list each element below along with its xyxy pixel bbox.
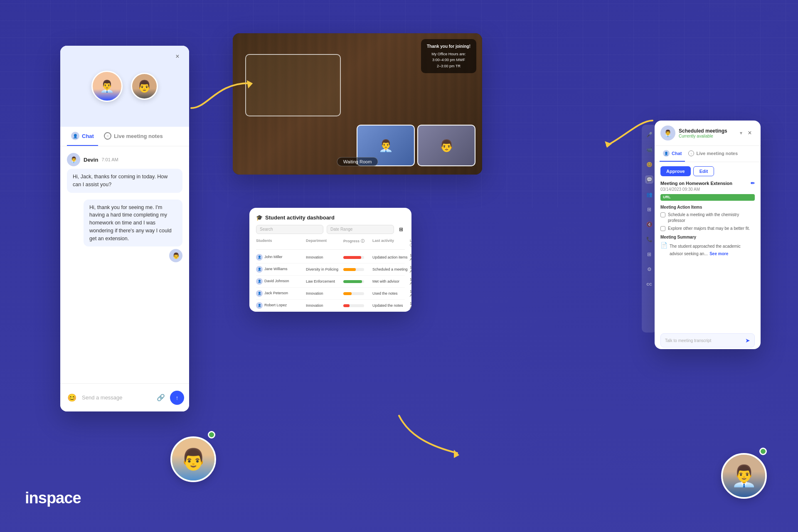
summary-text: The student approached the academic advi… (670, 244, 741, 256)
office-hours-title: Thank you for joining! (427, 43, 470, 50)
table-row: 👤Jack Peterson Innovation Used the notes… (256, 288, 405, 300)
progress-bar (343, 304, 364, 307)
video-thumb-2: 👨 (417, 125, 475, 166)
last-date: 13 March 10:30 AM (410, 253, 411, 261)
chat-tabs: 👤 Chat ○ Live meeting notes (60, 127, 189, 146)
student-dept: Innovation (306, 291, 343, 296)
right-emoji-icon[interactable]: 😊 (645, 160, 653, 169)
right-chat-tabs: 👤 Chat ○ Live meeting notes (655, 146, 761, 162)
online-dot-professor (759, 448, 767, 455)
office-hours-card: Thank you for joining! My Office Hours a… (421, 39, 476, 73)
dashboard-title-icon: 🎓 (256, 214, 263, 221)
attach-button[interactable]: 🔗 (155, 392, 167, 404)
right-close-button[interactable]: × (745, 128, 755, 138)
last-activity: Scheduled a meeting (372, 267, 410, 271)
message-input[interactable]: Send a message (82, 394, 152, 401)
dashboard-table-header: Students Department Progress ⓘ Last acti… (256, 237, 405, 250)
tab-live-notes[interactable]: ○ Live meeting notes (100, 127, 167, 146)
emoji-button[interactable]: 😊 (65, 391, 79, 404)
dropdown-icon[interactable]: ▾ (740, 130, 742, 136)
see-more-link[interactable]: See more (709, 251, 728, 256)
arrow-dashboard (391, 407, 466, 461)
right-tab-notes[interactable]: ○ Live meeting notes (685, 146, 741, 162)
dashboard-filter-icon[interactable]: ⊞ (397, 225, 405, 234)
tab-chat-avatar: 👤 (71, 132, 79, 140)
right-tab-chat[interactable]: 👤 Chat (660, 146, 685, 162)
right-people-icon[interactable]: 👥 (645, 190, 653, 199)
action-buttons: Approve Edit (655, 162, 761, 176)
online-dot-student (208, 431, 215, 438)
right-mute-icon[interactable]: 🔇 (645, 220, 653, 229)
video-preview-area: 👨‍💼 👨 (60, 46, 189, 127)
content-wrapper: 🎤 📹 😊 💬 👥 ⊞ 🔇 📞 ⊞ ⚙ CC × 👨‍💼 👨 👤 Chat ○ … (0, 0, 798, 532)
dashboard-search-row: Search Date Range ⊞ (256, 225, 405, 234)
checkbox-1[interactable] (660, 212, 665, 217)
right-video-icon[interactable]: 📹 (645, 145, 653, 154)
dashboard-table-body: 👤John Miller Innovation Updated action i… (256, 251, 405, 312)
approve-button[interactable]: Approve (660, 166, 691, 176)
action-item-1: Schedule a meeting with the chemistry pr… (660, 212, 755, 224)
chat-panel: × 👨‍💼 👨 👤 Chat ○ Live meeting notes 👨‍💼 (60, 46, 189, 411)
progress-bar (343, 256, 364, 259)
student-dept: Law Enforcement (306, 279, 343, 283)
dashboard-date-range[interactable]: Date Range (327, 225, 394, 234)
last-activity: Met with advisor (372, 279, 410, 283)
profile-avatar: 👨‍💼 (660, 126, 675, 140)
edit-button[interactable]: Edit (693, 166, 714, 176)
student-name: 👤John Miller (256, 254, 306, 261)
participant-avatar-1: 👨‍💼 (91, 71, 123, 102)
tab-chat[interactable]: 👤 Chat (67, 127, 98, 146)
col-students: Students (256, 239, 306, 248)
right-phone-icon[interactable]: 📞 (645, 235, 653, 244)
brand-name: inspace (25, 489, 81, 507)
right-chat-icon[interactable]: 💬 (645, 175, 653, 184)
message-bubble-reply: Hi, thank you for seeing me. I'm having … (84, 200, 182, 247)
waiting-room-label: Waiting Room (337, 157, 378, 166)
student-dashboard-panel: 🎓 Student activity dashboard Search Date… (249, 208, 411, 312)
meeting-title: Meeting on Homework Extension ✏ (660, 180, 755, 186)
send-transcript-icon[interactable]: ➤ (745, 337, 750, 344)
last-activity: Used the notes (372, 291, 410, 296)
transcript-input[interactable]: Talk to meeting transcript ➤ (660, 333, 755, 347)
right-tab-chat-label: Chat (672, 151, 682, 156)
col-dept: Department (306, 239, 343, 248)
progress-bar (343, 280, 364, 283)
edit-title-icon[interactable]: ✏ (751, 180, 755, 186)
student-dept: Diversity in Policing (306, 267, 343, 271)
waiting-room-frame (245, 54, 341, 116)
right-grid-icon[interactable]: ⊞ (645, 205, 653, 214)
send-button[interactable]: ↑ (170, 391, 184, 405)
message-bubble: Hi, Jack, thanks for coming in today. Ho… (67, 169, 182, 193)
meeting-content: Meeting on Homework Extension ✏ 03/14/20… (655, 176, 761, 330)
right-mic-icon[interactable]: 🎤 (645, 131, 653, 139)
student-name: 👤David Johnson (256, 278, 306, 285)
col-activity: Last activity (372, 239, 410, 248)
message-item: Hi, thank you for seeing me. I'm having … (67, 200, 182, 263)
message-sender: Devin (84, 157, 98, 163)
dashboard-title-text: Student activity dashboard (265, 214, 335, 221)
summary-heading: Meeting Summary (660, 235, 755, 239)
office-hours-text: My Office Hours are: 3:00–4:00 pm MWF 2–… (427, 51, 470, 69)
dashboard-search[interactable]: Search (256, 225, 323, 234)
right-cc-icon[interactable]: CC (645, 280, 653, 288)
close-button[interactable]: × (172, 52, 182, 62)
progress-bar (343, 268, 364, 271)
right-settings-icon[interactable]: ⚙ (645, 265, 653, 273)
video-call-panel: Thank you for joining! My Office Hours a… (233, 33, 482, 175)
message-avatar-jack: 👨 (169, 249, 182, 262)
last-date: 13 March 10:30 AM (410, 265, 411, 273)
right-apps-icon[interactable]: ⊞ (645, 250, 653, 259)
last-date: 13 March 10:30 AM (410, 277, 411, 286)
right-tab-chat-icon: 👤 (663, 150, 670, 157)
meeting-title-text: Meeting on Homework Extension (660, 181, 732, 186)
right-tab-notes-label: Live meeting notes (696, 151, 738, 156)
table-row: 👤David Johnson Law Enforcement Met with … (256, 276, 405, 288)
tab-notes-icon: ○ (104, 132, 111, 140)
profile-name: Scheduled meetings (679, 128, 727, 134)
table-row: 👤John Miller Innovation Updated action i… (256, 251, 405, 264)
summary-doc-icon: 📄 (660, 242, 667, 249)
checkbox-2[interactable] (660, 226, 665, 231)
last-date: 13 March 10:30 AM (410, 289, 411, 298)
message-time: 7:01 AM (101, 157, 118, 162)
last-activity: Updated action items (372, 255, 410, 259)
